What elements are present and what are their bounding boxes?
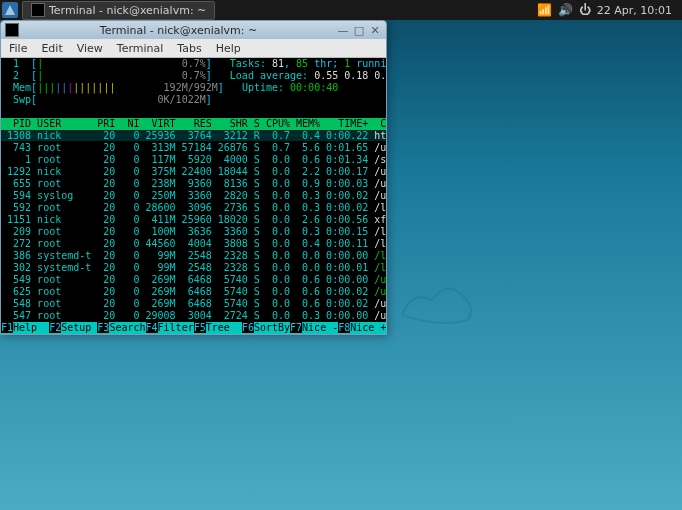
- window-title: Terminal - nick@xenialvm: ~: [23, 24, 334, 37]
- whisker-menu-icon[interactable]: [2, 2, 18, 18]
- menu-edit[interactable]: Edit: [41, 42, 62, 55]
- menu-tabs[interactable]: Tabs: [177, 42, 201, 55]
- menu-view[interactable]: View: [77, 42, 103, 55]
- network-icon[interactable]: 📶: [537, 3, 552, 17]
- power-icon[interactable]: ⏻: [579, 3, 591, 17]
- terminal-window: Terminal - nick@xenialvm: ~ — □ ✕ FileEd…: [0, 20, 387, 335]
- panel-clock[interactable]: 22 Apr, 10:01: [597, 4, 672, 17]
- menubar: FileEditViewTerminalTabsHelp: [1, 39, 386, 58]
- desktop-panel: Terminal - nick@xenialvm: ~ 📶 🔊 ⏻ 22 Apr…: [0, 0, 682, 20]
- taskbar-label: Terminal - nick@xenialvm: ~: [49, 4, 206, 17]
- window-app-icon: [5, 23, 19, 37]
- terminal-content[interactable]: 1 [| 0.7%] Tasks: 81, 85 thr; 1 running …: [1, 58, 386, 334]
- desktop-watermark: [392, 270, 482, 330]
- menu-file[interactable]: File: [9, 42, 27, 55]
- close-button[interactable]: ✕: [368, 23, 382, 37]
- taskbar-button-terminal[interactable]: Terminal - nick@xenialvm: ~: [22, 1, 215, 20]
- menu-help[interactable]: Help: [216, 42, 241, 55]
- menu-terminal[interactable]: Terminal: [117, 42, 164, 55]
- maximize-button[interactable]: □: [352, 23, 366, 37]
- volume-icon[interactable]: 🔊: [558, 3, 573, 17]
- minimize-button[interactable]: —: [336, 23, 350, 37]
- terminal-icon: [31, 3, 45, 17]
- window-titlebar[interactable]: Terminal - nick@xenialvm: ~ — □ ✕: [1, 21, 386, 39]
